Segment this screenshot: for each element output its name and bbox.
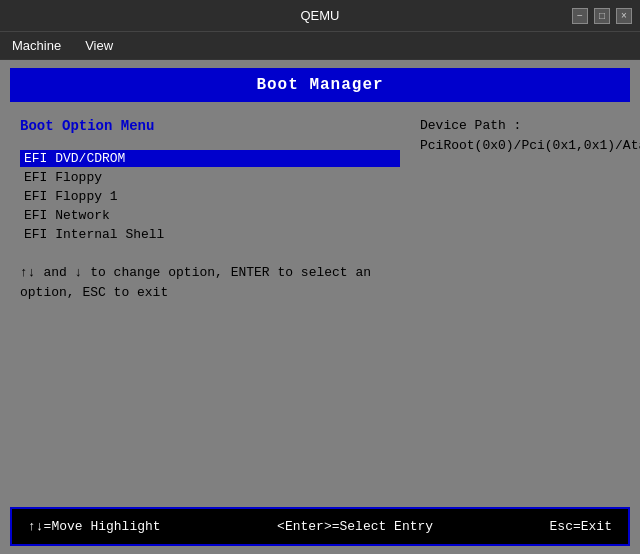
status-select-entry: <Enter>=Select Entry xyxy=(277,519,433,534)
menu-bar: Machine View xyxy=(0,32,640,60)
boot-option-shell[interactable]: EFI Internal Shell xyxy=(20,226,400,243)
boot-manager-header: Boot Manager xyxy=(10,68,630,102)
boot-options-list: EFI DVD/CDROM EFI Floppy EFI Floppy 1 EF… xyxy=(20,150,400,243)
minimize-button[interactable]: − xyxy=(572,8,588,24)
status-move-highlight: ↑↓=Move Highlight xyxy=(28,519,161,534)
help-line1: ↑↓ and ↓ to change option, ENTER to sele… xyxy=(20,263,400,283)
section-title: Boot Option Menu xyxy=(20,118,400,134)
boot-option-floppy1[interactable]: EFI Floppy 1 xyxy=(20,188,400,205)
device-path-label: Device Path : xyxy=(420,118,620,133)
left-panel: Boot Option Menu EFI DVD/CDROM EFI Flopp… xyxy=(20,118,400,499)
content-area: Boot Option Menu EFI DVD/CDROM EFI Flopp… xyxy=(0,102,640,507)
maximize-button[interactable]: □ xyxy=(594,8,610,24)
window-controls[interactable]: − □ × xyxy=(572,8,632,24)
right-panel: Device Path : PciRoot(0x0)/Pci(0x1,0x1)/… xyxy=(420,118,620,499)
help-line2: option, ESC to exit xyxy=(20,283,400,303)
device-path-value: PciRoot(0x0)/Pci(0x1,0x1)/Ata(0x0) xyxy=(420,137,620,155)
boot-option-network[interactable]: EFI Network xyxy=(20,207,400,224)
status-bar: ↑↓=Move Highlight <Enter>=Select Entry E… xyxy=(10,507,630,546)
window-title: QEMU xyxy=(68,8,572,23)
help-text: ↑↓ and ↓ to change option, ENTER to sele… xyxy=(20,263,400,302)
boot-option-floppy[interactable]: EFI Floppy xyxy=(20,169,400,186)
qemu-screen: Boot Manager Boot Option Menu EFI DVD/CD… xyxy=(0,60,640,554)
boot-option-dvd[interactable]: EFI DVD/CDROM xyxy=(20,150,400,167)
menu-machine[interactable]: Machine xyxy=(8,36,65,55)
title-bar: QEMU − □ × xyxy=(0,0,640,32)
menu-view[interactable]: View xyxy=(81,36,117,55)
close-button[interactable]: × xyxy=(616,8,632,24)
status-exit: Esc=Exit xyxy=(550,519,612,534)
